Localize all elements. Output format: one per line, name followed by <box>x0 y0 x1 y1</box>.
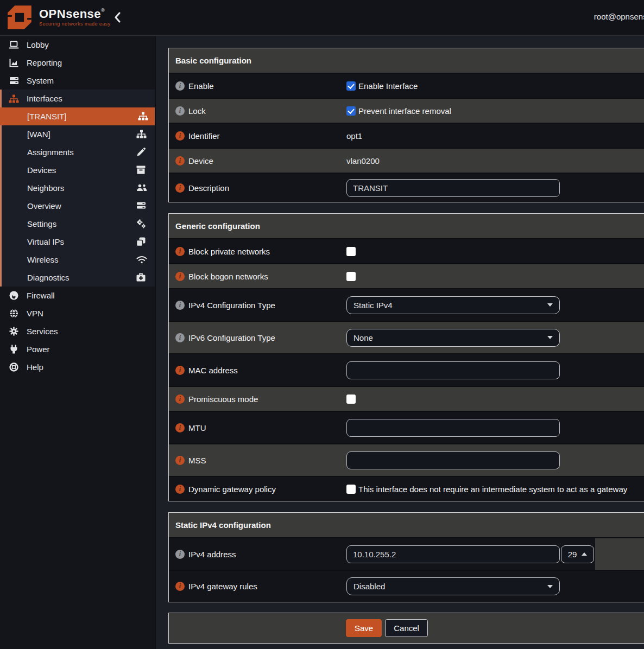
checkbox-label: Prevent interface removal <box>358 106 451 116</box>
field-label: IPv4 Configuration Type <box>188 301 275 310</box>
sidebar-subitem-diagnostics[interactable]: Diagnostics <box>2 269 155 287</box>
info-icon[interactable] <box>175 395 185 404</box>
sidebar-item-reporting[interactable]: Reporting <box>0 54 155 72</box>
sidebar-item-vpn[interactable]: VPN <box>0 304 155 322</box>
info-icon[interactable] <box>175 301 185 310</box>
sidebar-item-label: Lobby <box>27 40 49 49</box>
info-icon[interactable] <box>175 156 185 166</box>
life-ring-icon <box>8 362 20 372</box>
block-bogon-checkbox[interactable] <box>346 272 356 281</box>
caret-up-icon <box>582 552 587 556</box>
form-row-block-bogon: Block bogon networks <box>169 263 644 288</box>
globe-icon <box>8 309 20 318</box>
pencil-icon <box>136 148 146 157</box>
form-row-promiscuous: Promiscuous mode <box>169 386 644 411</box>
info-icon[interactable] <box>175 366 185 375</box>
info-icon[interactable] <box>175 183 185 193</box>
caret-down-icon <box>547 303 553 307</box>
info-icon[interactable] <box>175 272 185 281</box>
cancel-button[interactable]: Cancel <box>385 619 428 637</box>
promiscuous-checkbox[interactable] <box>346 395 356 404</box>
ipv4-gateway-rules-select[interactable]: Disabled <box>346 577 560 595</box>
ipv6-type-select[interactable]: None <box>346 329 560 347</box>
sidebar-item-services[interactable]: Services <box>0 322 155 340</box>
sidebar-subitem-neighbors[interactable]: Neighbors <box>2 179 155 197</box>
info-icon[interactable] <box>175 131 185 141</box>
panel-generic-configuration: Generic configuration Block private netw… <box>168 213 644 501</box>
info-icon[interactable] <box>175 582 185 591</box>
sidebar-subitem-devices[interactable]: Devices <box>2 161 155 179</box>
sitemap-icon <box>138 112 148 121</box>
clone-icon <box>136 237 146 246</box>
ipv4-type-select[interactable]: Static IPv4 <box>346 296 560 314</box>
info-icon[interactable] <box>175 333 185 342</box>
mss-input[interactable] <box>346 451 560 469</box>
server-icon <box>136 201 146 211</box>
selected-option: None <box>353 333 373 342</box>
description-input[interactable] <box>346 179 560 197</box>
field-label: Block bogon networks <box>188 272 268 281</box>
form-row-mac-address: MAC address <box>169 353 644 386</box>
field-label: Promiscuous mode <box>188 395 258 404</box>
archive-box-icon <box>136 166 146 175</box>
info-icon[interactable] <box>175 106 185 116</box>
sidebar-subitem-virtual-ips[interactable]: Virtual IPs <box>2 233 155 251</box>
sidebar-item-firewall[interactable]: Firewall <box>0 287 155 304</box>
plug-icon <box>8 345 20 354</box>
sidebar-item-label: Firewall <box>27 291 55 300</box>
sidebar-item-lobby[interactable]: Lobby <box>0 36 155 54</box>
sidebar-subitem-transit[interactable]: [TRANSIT] <box>0 107 155 125</box>
form-row-ipv4-address: IPv4 address 29 <box>169 537 644 570</box>
info-icon[interactable] <box>175 485 185 494</box>
field-label: IPv6 Configuration Type <box>188 333 275 342</box>
sidebar-subitem-overview[interactable]: Overview <box>2 197 155 215</box>
info-icon[interactable] <box>175 550 185 559</box>
brand-tagline: Securing networks made easy <box>39 22 110 27</box>
sitemap-icon <box>136 130 146 139</box>
info-icon[interactable] <box>175 81 185 91</box>
user-menu[interactable]: root@opnsense <box>594 12 644 21</box>
brand[interactable]: OPNsense® Securing networks made easy <box>7 4 110 30</box>
form-row-ipv4-gateway-rules: IPv4 gateway rules Disabled <box>169 570 644 602</box>
sidebar-item-label: Services <box>27 327 58 336</box>
caret-down-icon <box>547 336 553 339</box>
field-label: Dynamic gateway policy <box>188 485 276 494</box>
sidebar-subitem-wireless[interactable]: Wireless <box>2 251 155 269</box>
sidebar-item-system[interactable]: System <box>0 72 155 90</box>
save-button[interactable]: Save <box>346 619 382 637</box>
users-icon <box>136 183 146 193</box>
enable-checkbox[interactable] <box>346 81 356 91</box>
gear-icon <box>8 327 20 336</box>
sidebar-item-help[interactable]: Help <box>0 358 155 376</box>
checkbox-label: Enable Interface <box>358 81 418 91</box>
info-icon[interactable] <box>175 423 185 432</box>
panel-title: Static IPv4 configuration <box>169 513 644 537</box>
sidebar-subitem-settings[interactable]: Settings <box>2 215 155 233</box>
checkbox-label: This interface does not require an inter… <box>358 485 627 494</box>
mtu-input[interactable] <box>346 419 560 437</box>
form-row-enable: Enable Enable Interface <box>169 73 644 98</box>
sidebar-item-interfaces[interactable]: Interfaces <box>2 90 155 107</box>
sidebar-subitem-wan[interactable]: [WAN] <box>2 125 155 143</box>
sidebar-item-label: VPN <box>27 309 43 318</box>
medkit-icon <box>136 273 146 282</box>
top-bar: OPNsense® Securing networks made easy ro… <box>0 0 644 36</box>
sidebar-subitem-assignments[interactable]: Assignments <box>2 143 155 161</box>
info-icon[interactable] <box>175 247 185 256</box>
panel-static-ipv4-configuration: Static IPv4 configuration IPv4 address 2… <box>168 512 644 602</box>
field-label: MSS <box>188 456 206 465</box>
row-filler <box>595 538 644 570</box>
field-label: MAC address <box>188 366 238 375</box>
sidebar-item-power[interactable]: Power <box>0 340 155 358</box>
lock-checkbox[interactable] <box>346 106 356 116</box>
info-icon[interactable] <box>175 456 185 465</box>
gears-icon <box>136 219 146 228</box>
collapse-sidebar-icon[interactable] <box>112 12 122 23</box>
block-private-checkbox[interactable] <box>346 247 356 256</box>
ipv4-cidr-select[interactable]: 29 <box>561 545 594 563</box>
dynamic-gateway-checkbox[interactable] <box>346 485 356 494</box>
sidebar-subitem-label: Virtual IPs <box>27 237 64 246</box>
sidebar-section-interfaces: Interfaces [TRANSIT] [WAN] Assignments D… <box>0 90 155 287</box>
mac-address-input[interactable] <box>346 361 560 379</box>
ipv4-address-input[interactable] <box>346 545 560 563</box>
